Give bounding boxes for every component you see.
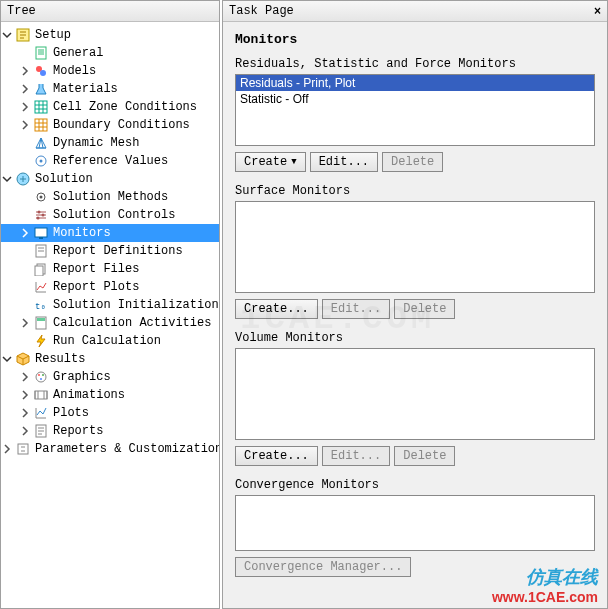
residuals-listbox[interactable]: Residuals - Print, Plot Statistic - Off: [235, 74, 595, 146]
svg-text:t₀: t₀: [35, 302, 46, 312]
tree-general[interactable]: General: [1, 44, 219, 62]
list-item[interactable]: Statistic - Off: [236, 91, 594, 107]
task-header-title: Task Page: [229, 4, 294, 18]
conv-listbox[interactable]: [235, 495, 595, 551]
svg-point-3: [40, 70, 46, 76]
doc-icon: [33, 243, 49, 259]
expand-icon[interactable]: [19, 407, 31, 419]
collapse-icon[interactable]: [1, 173, 13, 185]
svg-point-11: [38, 211, 41, 214]
expand-icon[interactable]: [19, 425, 31, 437]
palette-icon: [33, 369, 49, 385]
tree-plots[interactable]: Plots: [1, 404, 219, 422]
svg-rect-28: [18, 444, 28, 454]
volume-listbox[interactable]: [235, 348, 595, 440]
tree-reports[interactable]: Reports: [1, 422, 219, 440]
page-icon: [33, 45, 49, 61]
svg-point-22: [36, 372, 46, 382]
tree-monitors[interactable]: Monitors: [1, 224, 219, 242]
grid-icon: [33, 99, 49, 115]
expand-icon[interactable]: [19, 317, 31, 329]
svg-rect-21: [37, 318, 45, 321]
tree-reportplots[interactable]: Report Plots: [1, 278, 219, 296]
svg-point-13: [37, 217, 40, 220]
page-title: Monitors: [235, 32, 595, 47]
expand-icon[interactable]: [19, 227, 31, 239]
line-icon: [33, 405, 49, 421]
report-icon: [33, 423, 49, 439]
collapse-icon[interactable]: [1, 353, 13, 365]
edit-button[interactable]: Edit...: [322, 299, 390, 319]
tree-runcalc[interactable]: Run Calculation: [1, 332, 219, 350]
delete-button[interactable]: Delete: [394, 446, 455, 466]
conv-label: Convergence Monitors: [235, 478, 595, 492]
tree-materials[interactable]: Materials: [1, 80, 219, 98]
tree-controls[interactable]: Solution Controls: [1, 206, 219, 224]
svg-rect-5: [35, 119, 47, 131]
expand-icon[interactable]: [19, 389, 31, 401]
svg-point-7: [40, 160, 43, 163]
svg-point-25: [40, 378, 42, 380]
list-item[interactable]: Residuals - Print, Plot: [236, 75, 594, 91]
close-icon[interactable]: ×: [594, 4, 601, 18]
surface-label: Surface Monitors: [235, 184, 595, 198]
tree-init[interactable]: t₀ Solution Initialization: [1, 296, 219, 314]
conv-manager-button[interactable]: Convergence Manager...: [235, 557, 411, 577]
tree-methods[interactable]: Solution Methods: [1, 188, 219, 206]
tree-reportfiles[interactable]: Report Files: [1, 260, 219, 278]
surface-listbox[interactable]: [235, 201, 595, 293]
tree-header: Tree: [1, 1, 219, 22]
svg-point-23: [38, 374, 40, 376]
expand-icon[interactable]: [19, 83, 31, 95]
tree-refvals[interactable]: Reference Values: [1, 152, 219, 170]
solution-icon: [15, 171, 31, 187]
task-panel: Task Page × Monitors Residuals, Statisti…: [222, 0, 608, 609]
expand-icon[interactable]: [19, 119, 31, 131]
tree-results[interactable]: Results: [1, 350, 219, 368]
tree-reportdef[interactable]: Report Definitions: [1, 242, 219, 260]
cube-icon: [15, 351, 31, 367]
delete-button[interactable]: Delete: [382, 152, 443, 172]
svg-rect-26: [35, 391, 47, 399]
svg-rect-1: [36, 47, 46, 59]
tree-dynmesh[interactable]: Dynamic Mesh: [1, 134, 219, 152]
tree-panel: Tree Setup: [0, 0, 220, 609]
expand-icon[interactable]: [19, 65, 31, 77]
task-body: Monitors Residuals, Statistic and Force …: [223, 22, 607, 608]
models-icon: [33, 63, 49, 79]
tree-body: Setup General Models: [1, 22, 219, 608]
tree-graphics[interactable]: Graphics: [1, 368, 219, 386]
svg-point-10: [40, 196, 43, 199]
gear-icon: [33, 189, 49, 205]
tree-cellzone[interactable]: Cell Zone Conditions: [1, 98, 219, 116]
edit-button[interactable]: Edit...: [310, 152, 378, 172]
residuals-label: Residuals, Statistic and Force Monitors: [235, 57, 595, 71]
tree-setup[interactable]: Setup: [1, 26, 219, 44]
create-button[interactable]: Create...: [235, 446, 318, 466]
tree-boundary[interactable]: Boundary Conditions: [1, 116, 219, 134]
expand-icon[interactable]: [19, 371, 31, 383]
expand-icon[interactable]: [1, 443, 13, 455]
boundary-icon: [33, 117, 49, 133]
film-icon: [33, 387, 49, 403]
tree-params[interactable]: Parameters & Customization: [1, 440, 219, 458]
flask-icon: [33, 81, 49, 97]
params-icon: [15, 441, 31, 457]
collapse-icon[interactable]: [1, 29, 13, 41]
expand-icon[interactable]: [19, 101, 31, 113]
plot-icon: [33, 279, 49, 295]
volume-label: Volume Monitors: [235, 331, 595, 345]
svg-rect-15: [39, 237, 43, 239]
caret-down-icon: ▼: [291, 157, 296, 167]
tree-solution[interactable]: Solution: [1, 170, 219, 188]
svg-rect-4: [35, 101, 47, 113]
edit-button[interactable]: Edit...: [322, 446, 390, 466]
tree-anim[interactable]: Animations: [1, 386, 219, 404]
create-dropdown-button[interactable]: Create▼: [235, 152, 306, 172]
delete-button[interactable]: Delete: [394, 299, 455, 319]
tree-models[interactable]: Models: [1, 62, 219, 80]
create-button[interactable]: Create...: [235, 299, 318, 319]
mesh-icon: [33, 135, 49, 151]
tree-calcact[interactable]: Calculation Activities: [1, 314, 219, 332]
svg-point-12: [42, 214, 45, 217]
